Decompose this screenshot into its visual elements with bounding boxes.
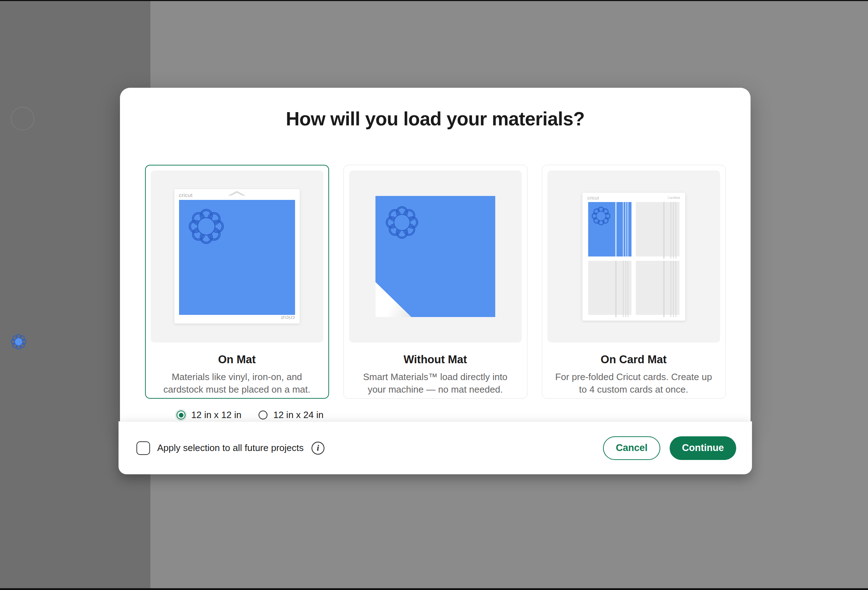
option-description: Smart Materials™ load directly into your… bbox=[355, 371, 516, 396]
mat-brand-text: cricut bbox=[179, 192, 193, 198]
radio-option-12x12[interactable]: 12 in x 12 in bbox=[177, 410, 241, 421]
card-mat-label: CardMat bbox=[667, 196, 680, 200]
card-mat-graphic: cricut CardMat bbox=[582, 193, 685, 321]
card-slot bbox=[636, 261, 680, 315]
option-card-without-mat[interactable]: Without Mat Smart Materials™ load direct… bbox=[343, 165, 527, 399]
option-card-on-card-mat[interactable]: cricut CardMat bbox=[542, 165, 726, 399]
option-title: On Mat bbox=[151, 353, 323, 366]
load-materials-dialog: How will you load your materials? cricut… bbox=[120, 88, 751, 474]
option-title: On Card Mat bbox=[548, 353, 720, 366]
option-description: For pre-folded Cricut cards. Create up t… bbox=[554, 371, 714, 396]
dialog-body: How will you load your materials? cricut… bbox=[120, 88, 751, 421]
mat-brand-text: cricut bbox=[587, 195, 599, 201]
mat-material-area bbox=[179, 200, 295, 315]
dimmed-canvas-shape bbox=[11, 107, 34, 130]
option-card-on-mat[interactable]: cricut cricut On Mat Materials like viny… bbox=[145, 165, 329, 399]
card-slot bbox=[636, 202, 680, 256]
dialog-title: How will you load your materials? bbox=[120, 88, 751, 130]
option-description: Materials like vinyl, iron-on, and cards… bbox=[157, 371, 317, 396]
apply-selection-label[interactable]: Apply selection to all future projects bbox=[157, 442, 304, 454]
flower-design-icon bbox=[187, 207, 226, 246]
flower-design-icon bbox=[590, 206, 611, 226]
card-slot-with-design bbox=[588, 202, 632, 256]
radio-button[interactable] bbox=[258, 411, 267, 420]
apply-selection-checkbox[interactable] bbox=[136, 441, 150, 455]
on-mat-illustration: cricut cricut bbox=[151, 170, 323, 343]
info-icon[interactable]: i bbox=[311, 442, 325, 455]
radio-option-12x24[interactable]: 12 in x 24 in bbox=[258, 410, 323, 421]
without-mat-illustration bbox=[349, 170, 522, 343]
app-top-edge bbox=[0, 0, 868, 1]
continue-button[interactable]: Continue bbox=[670, 436, 736, 460]
flower-design-icon bbox=[384, 204, 420, 240]
material-option-cards: cricut cricut On Mat Materials like viny… bbox=[120, 165, 751, 399]
apply-selection-group: Apply selection to all future projects i bbox=[136, 441, 325, 455]
cancel-button[interactable]: Cancel bbox=[603, 436, 660, 460]
mat-size-options: 12 in x 12 in 12 in x 24 in bbox=[177, 410, 323, 421]
mat-arrow-notch bbox=[228, 191, 246, 195]
radio-button-selected[interactable] bbox=[177, 411, 186, 420]
radio-label[interactable]: 12 in x 24 in bbox=[273, 410, 323, 421]
radio-label[interactable]: 12 in x 12 in bbox=[191, 410, 241, 421]
app-bottom-edge bbox=[0, 588, 868, 590]
smart-material-graphic bbox=[375, 196, 495, 317]
mat-brand-text-rotated: cricut bbox=[281, 315, 295, 321]
option-title: Without Mat bbox=[349, 353, 522, 366]
card-slots-grid bbox=[588, 202, 679, 315]
card-slot bbox=[588, 261, 632, 315]
dimmed-flower-shape bbox=[10, 333, 27, 350]
card-mat-illustration: cricut CardMat bbox=[548, 170, 720, 343]
dialog-footer: Apply selection to all future projects i… bbox=[118, 421, 752, 474]
cutting-mat-graphic: cricut cricut bbox=[174, 189, 300, 324]
